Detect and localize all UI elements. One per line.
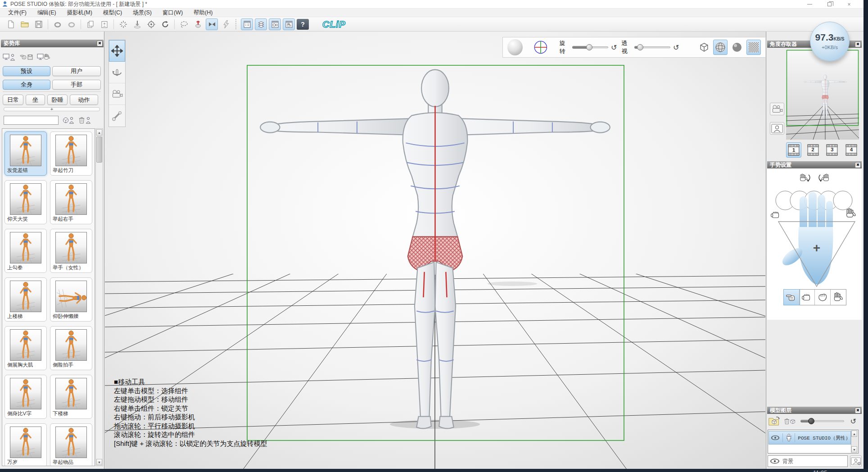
scroll-down-icon[interactable]: ▼ <box>851 446 857 453</box>
toggle-hand-panel-icon[interactable] <box>283 18 295 30</box>
layer-visibility-icon[interactable] <box>771 435 780 440</box>
pose-card[interactable]: 侧身比V字 <box>5 375 47 419</box>
add-model-icon[interactable] <box>768 415 780 427</box>
model-opacity-slider[interactable] <box>800 418 844 425</box>
perspective-reset-icon[interactable]: ↺ <box>673 43 679 52</box>
pose-card[interactable]: 发觉差错 <box>5 132 47 176</box>
search-input[interactable] <box>4 116 59 125</box>
model-view-icon[interactable] <box>770 122 784 135</box>
pose-card[interactable]: 万岁 <box>5 423 47 466</box>
scrollbar-thumb[interactable] <box>96 136 102 163</box>
pose-card[interactable]: 侧脸拍手 <box>50 326 92 370</box>
angle-preview[interactable] <box>786 50 859 140</box>
model-layer-row[interactable]: POSE STUDIO（男性） <box>769 431 851 445</box>
layers-scrollbar[interactable]: ▲ ▼ <box>851 431 858 453</box>
tab-source[interactable]: 预设 <box>3 66 50 76</box>
redo-icon[interactable] <box>65 18 77 30</box>
menu-item[interactable]: 模型(C) <box>98 9 127 17</box>
gesture-preset-grab-icon[interactable] <box>815 290 831 305</box>
gesture-preset-point-icon[interactable] <box>784 290 800 305</box>
paste-icon[interactable] <box>98 18 110 30</box>
menu-item[interactable]: 帮助(H) <box>188 9 218 17</box>
angle-slot-button[interactable]: 3 <box>824 142 840 158</box>
menu-item[interactable]: 场景(S) <box>127 9 157 17</box>
axis-indicator[interactable] <box>533 40 548 55</box>
reset-rotation-icon[interactable] <box>159 18 171 30</box>
panel-close-icon[interactable]: ✖ <box>855 162 861 168</box>
category-expander[interactable]: + <box>4 107 100 111</box>
save-icon[interactable] <box>32 18 45 30</box>
pose-card[interactable]: 仰天大笑 <box>5 180 47 224</box>
center-view-icon[interactable] <box>117 18 129 30</box>
delete-model-icon[interactable] <box>784 416 796 427</box>
pose-card[interactable]: 举起物品 <box>50 423 92 466</box>
pose-card[interactable]: 侧展胸大肌 <box>5 326 47 370</box>
tab-scope[interactable]: 全身 <box>3 80 50 90</box>
pin-joint-icon[interactable] <box>192 18 204 30</box>
toggle-layers-icon[interactable] <box>255 18 267 30</box>
background-image-icon[interactable] <box>850 455 862 467</box>
tab-source[interactable]: 用户 <box>52 66 101 76</box>
camera-tool-icon[interactable] <box>109 83 125 105</box>
taskbar[interactable]: 11:05 <box>0 469 868 472</box>
pose-card[interactable]: 举手（女性） <box>50 229 92 273</box>
viewport[interactable]: 旋转 ↺ 透视 ↺ <box>105 32 765 469</box>
reset-opacity-icon[interactable]: ↺ <box>850 417 856 426</box>
copy-icon[interactable] <box>84 18 96 30</box>
bone-tool-icon[interactable] <box>109 105 125 127</box>
panel-close-icon[interactable]: ✖ <box>97 41 103 46</box>
gesture-preset-fist-icon[interactable] <box>800 290 815 305</box>
dither-toggle-icon[interactable] <box>746 40 761 55</box>
pose-list-scrollbar[interactable]: ▲ ▼ <box>95 128 103 466</box>
angle-slot-button[interactable]: 2 <box>805 142 821 158</box>
network-speed-bubble[interactable]: 97.3KB/S +0KB/s <box>810 22 850 61</box>
background-visibility-icon[interactable] <box>770 458 780 464</box>
scroll-down-icon[interactable]: ▼ <box>96 459 102 465</box>
lasso-select-icon[interactable] <box>178 18 190 30</box>
gesture-preset-open-icon[interactable] <box>831 290 846 305</box>
scroll-up-icon[interactable]: ▲ <box>96 129 102 136</box>
wireframe-box-icon[interactable] <box>697 40 711 55</box>
toggle-angle-panel-icon[interactable] <box>269 18 281 30</box>
apply-pose-icon[interactable] <box>37 53 50 62</box>
move-tool-icon[interactable] <box>109 40 125 62</box>
solid-sphere-toggle-icon[interactable] <box>730 40 744 55</box>
angle-slot-button[interactable]: 4 <box>844 142 859 158</box>
category-button[interactable]: 日常 <box>3 95 23 105</box>
panel-close-icon[interactable]: ✖ <box>855 41 861 47</box>
rotate-reset-icon[interactable]: ↺ <box>611 43 617 52</box>
pose-card[interactable]: 下楼梯 <box>50 375 92 419</box>
light-direction-ball[interactable] <box>507 39 523 55</box>
help-button[interactable]: ? <box>297 19 309 30</box>
delete-pose-icon[interactable] <box>78 116 92 125</box>
menu-item[interactable]: 摄影机(M) <box>62 9 98 17</box>
angle-slot-button[interactable]: 1 <box>786 142 801 158</box>
restore-icon[interactable] <box>819 0 839 9</box>
close-icon[interactable]: × <box>839 0 859 9</box>
menu-item[interactable]: 文件(F) <box>3 9 32 17</box>
register-pose-icon[interactable] <box>3 53 16 62</box>
shaded-mesh-toggle-icon[interactable] <box>713 40 728 55</box>
save-pose-icon[interactable] <box>20 53 33 62</box>
panel-close-icon[interactable]: ✖ <box>855 408 861 413</box>
pose-card[interactable]: 仰卧伸懒腰 <box>50 277 92 322</box>
pose-card[interactable]: 举起右手 <box>50 180 92 224</box>
undo-icon[interactable] <box>51 18 63 30</box>
toggle-pose-library-icon[interactable] <box>241 18 253 30</box>
open-folder-icon[interactable] <box>18 18 31 30</box>
pose-card[interactable]: 举起竹刀 <box>50 132 92 176</box>
camera-view-icon[interactable] <box>206 18 218 30</box>
swap-left-hand-icon[interactable] <box>796 171 812 185</box>
new-file-icon[interactable] <box>5 18 17 30</box>
background-layer-row[interactable]: 背景 <box>768 455 848 467</box>
category-button[interactable]: 坐 <box>26 95 45 105</box>
rotate-tool-icon[interactable] <box>109 62 125 83</box>
tab-scope[interactable]: 手部 <box>52 80 101 90</box>
category-button[interactable]: 卧睡 <box>47 95 68 105</box>
perspective-slider[interactable] <box>634 44 670 51</box>
scroll-up-icon[interactable]: ▲ <box>851 431 857 437</box>
target-icon[interactable] <box>145 18 157 30</box>
minimize-icon[interactable] <box>800 0 819 9</box>
pose-card[interactable]: 上楼梯 <box>5 277 47 322</box>
pose-card[interactable]: 上勾拳 <box>5 229 47 273</box>
